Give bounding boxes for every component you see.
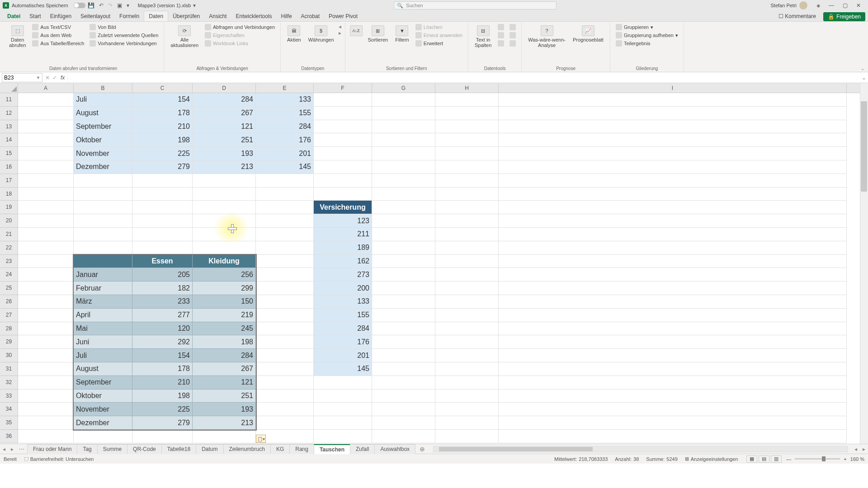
cell[interactable] [18,93,74,107]
col-D[interactable]: D [193,83,256,93]
cell[interactable] [372,362,435,376]
datatool-2[interactable] [496,32,506,39]
cell[interactable] [18,389,74,403]
row-33[interactable]: 33 [0,389,18,403]
horizontal-scroll-thumb[interactable] [439,447,593,451]
fx-icon[interactable]: fx [61,75,65,81]
minimize-button[interactable]: — [825,2,838,9]
col-F[interactable]: F [314,83,372,93]
cell[interactable]: September [74,120,132,134]
cell[interactable]: 162 [314,255,372,268]
cell[interactable] [435,214,499,228]
cell[interactable] [499,362,847,376]
cell[interactable]: Juni [74,335,132,349]
cell[interactable]: Oktober [74,133,132,147]
cell[interactable]: Essen [132,255,193,268]
cell[interactable]: 251 [193,389,256,403]
cell[interactable] [18,160,74,174]
cell[interactable] [74,430,132,443]
teilergebnis-button[interactable]: Teilergebnis [614,40,680,47]
cell[interactable]: 176 [314,335,372,349]
text-in-spalten-button[interactable]: ⊟Text in Spalten [472,23,494,50]
abfragen-verbindungen-button[interactable]: Abfragen und Verbindungen [203,23,277,31]
save-icon[interactable]: 💾 [88,2,94,9]
cell[interactable] [18,376,74,389]
cell[interactable] [499,309,847,322]
cell[interactable] [372,430,435,443]
name-box[interactable]: B23▼ [2,73,42,82]
cell[interactable] [435,416,499,430]
erweitert-button[interactable]: Erweitert [414,40,464,47]
col-A[interactable]: A [18,83,74,93]
col-C[interactable]: C [132,83,193,93]
cell[interactable] [314,107,372,120]
cell[interactable]: August [74,362,132,376]
cell[interactable]: April [74,309,132,322]
cell[interactable] [372,188,435,201]
camera-icon[interactable]: ▣ [117,2,122,9]
cell[interactable] [18,295,74,309]
datatool-1[interactable] [496,23,506,31]
cell[interactable] [256,174,314,188]
cell[interactable] [18,335,74,349]
cell[interactable] [499,376,847,389]
cell[interactable] [435,309,499,322]
cell[interactable] [256,389,314,403]
cell[interactable] [435,362,499,376]
tab-hilfe[interactable]: Hilfe [277,11,297,21]
tab-acrobat[interactable]: Acrobat [297,11,324,21]
tab-ueberpruefen[interactable]: Überprüfen [168,11,204,21]
search-input[interactable]: 🔍 Suchen [394,1,557,9]
cell[interactable] [499,255,847,268]
cell[interactable]: 121 [193,376,256,389]
cell[interactable] [499,349,847,362]
cell[interactable] [18,201,74,214]
cell[interactable] [435,147,499,160]
cell[interactable] [372,322,435,336]
cell[interactable]: Oktober [74,389,132,403]
row-30[interactable]: 30 [0,349,18,362]
cell[interactable] [499,93,847,107]
alle-aktualisieren-button[interactable]: ⟳Alle aktualisieren [168,23,201,50]
cell[interactable]: 154 [132,349,193,362]
cell[interactable] [18,107,74,120]
cell[interactable] [435,201,499,214]
cell[interactable]: 155 [256,107,314,120]
cell[interactable]: 225 [132,403,193,416]
cell[interactable] [499,160,847,174]
cell[interactable] [18,362,74,376]
cell[interactable] [372,174,435,188]
sheet-tab[interactable]: Zufall [350,444,375,454]
cell[interactable] [372,403,435,416]
cell[interactable] [372,349,435,362]
document-name[interactable]: Mappe3 (version 1).xlsb [138,3,191,8]
cell[interactable]: März [74,295,132,309]
col-B[interactable]: B [74,83,132,93]
tab-start[interactable]: Start [25,11,45,21]
cell[interactable] [256,201,314,214]
cell[interactable]: 176 [256,133,314,147]
cell[interactable]: 205 [132,268,193,282]
cell[interactable] [372,228,435,241]
row-15[interactable]: 15 [0,147,18,160]
expand-formula-icon[interactable]: ⌄ [860,75,868,81]
cell[interactable] [314,376,372,389]
cell[interactable] [256,416,314,430]
restore-button[interactable]: ▢ [838,2,852,9]
collapse-ribbon-icon[interactable]: ⌄ [861,66,864,71]
cell[interactable] [132,430,193,443]
cell[interactable]: 133 [256,93,314,107]
col-I[interactable]: I [499,83,847,93]
cell[interactable] [372,309,435,322]
cell[interactable] [435,282,499,295]
tab-entwicklertools[interactable]: Entwicklertools [231,11,277,21]
cell[interactable]: 245 [193,322,256,336]
cell[interactable] [132,241,193,255]
select-all-button[interactable] [0,83,18,93]
cell[interactable]: 284 [256,120,314,134]
cell[interactable]: 284 [193,349,256,362]
aus-text-csv-button[interactable]: Aus Text/CSV [30,23,86,31]
row-11[interactable]: 11 [0,93,18,107]
col-E[interactable]: E [256,83,314,93]
cell[interactable] [18,255,74,268]
